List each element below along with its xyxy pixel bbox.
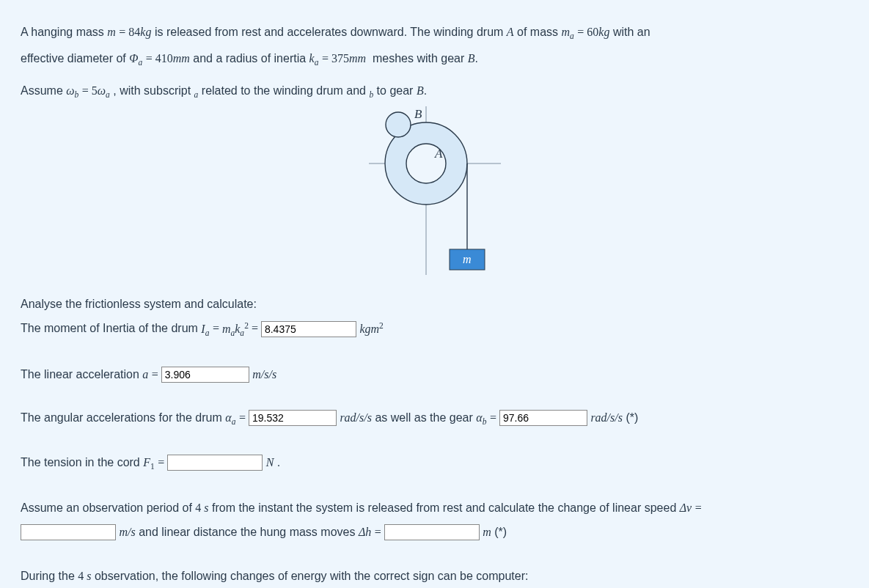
svg-point-4 [386, 112, 411, 137]
input-a[interactable] [161, 367, 249, 383]
val-ka: 375 [331, 52, 349, 65]
problem-line-2: effective diameter of Φa = 410mm and a r… [21, 48, 848, 70]
val-phi: 410 [155, 52, 173, 65]
text: related to the winding drum and [202, 84, 370, 97]
eq: = [322, 52, 331, 65]
fig-label-m: m [463, 253, 472, 265]
text: observation, the following changes of en… [95, 570, 528, 582]
eq: = [158, 456, 167, 468]
q-Ia: The moment of Inertia of the drum Ia = m… [21, 318, 848, 340]
val-m: 84 [128, 26, 140, 38]
input-alpha-a[interactable] [249, 410, 337, 426]
input-dv[interactable] [21, 524, 116, 540]
eq: = [490, 411, 499, 424]
q-alpha: The angular accelerations for the drum α… [21, 408, 848, 430]
unit-ms: m/s [119, 526, 135, 538]
problem-line-3: Assume ωb = 5ωa , with subscript a relat… [21, 81, 848, 103]
eq: = [695, 501, 702, 514]
q-a: The linear acceleration a = m/s/s [21, 364, 848, 384]
unit-mss: m/s/s [252, 368, 276, 381]
fig-label-B: B [414, 107, 422, 121]
var-ma: ma [562, 26, 574, 38]
text: Assume an observation period of [21, 501, 195, 514]
eq: = [213, 323, 222, 335]
sub-a: a [194, 90, 199, 99]
q-energy: During the 4 s observation, the followin… [21, 566, 848, 586]
unit-mm: mm [173, 52, 190, 65]
text: The moment of Inertia of the drum [21, 323, 201, 335]
text: The linear acceleration [21, 368, 142, 381]
analyse-heading: Analyse the frictionless system and calc… [21, 294, 848, 314]
star: (*) [626, 411, 638, 424]
star: (*) [494, 526, 507, 538]
unit-kg: kg [598, 26, 609, 38]
figure-wrap: B A m [21, 106, 848, 278]
eq: = [146, 52, 155, 65]
sub-b: b [369, 90, 373, 99]
unit-radss: rad/s/s [340, 411, 372, 424]
unit-mm: mm [349, 52, 366, 65]
var-B: B [468, 52, 475, 65]
text: as well as the gear [375, 411, 476, 424]
text: and a radius of inertia [193, 52, 309, 65]
text: The tension in the cord [21, 456, 143, 468]
text: A hanging mass [21, 26, 107, 38]
text: meshes with gear [373, 52, 468, 65]
problem-line-1: A hanging mass m = 84kg is released from… [21, 22, 848, 44]
input-alpha-b[interactable] [499, 410, 587, 426]
eq: = [375, 526, 384, 538]
eq: = [152, 368, 161, 381]
unit-s: s [84, 570, 91, 582]
text: effective diameter of [21, 52, 129, 65]
var-wa: ωa [98, 84, 110, 97]
var-alpha-b: αb [476, 411, 486, 424]
dot: . [424, 84, 427, 97]
unit-radss: rad/s/s [590, 411, 623, 424]
period: . [277, 456, 280, 468]
unit-N: N [266, 456, 274, 468]
unit-s: s [201, 501, 208, 514]
unit-kg: kg [140, 26, 151, 38]
eq: = [577, 26, 587, 38]
text: is released from rest and accelerates do… [155, 26, 507, 38]
input-dh[interactable] [384, 524, 480, 540]
text: and linear distance the hung mass moves [139, 526, 359, 538]
q-F1: The tension in the cord F1 = N . [21, 452, 848, 474]
dot: . [475, 52, 478, 65]
text: to gear [377, 84, 417, 97]
var-a: a [142, 368, 148, 381]
text: with an [613, 26, 650, 38]
var-B: B [417, 84, 424, 97]
q-obs: Assume an observation period of 4 s from… [21, 498, 848, 518]
var-dv: Δv [680, 501, 692, 514]
var-dh: Δh [359, 526, 371, 538]
val-ma: 60 [587, 26, 598, 38]
unit-kgm2: kgm2 [359, 323, 383, 335]
var-alpha-a: αa [225, 411, 235, 424]
figure-diagram: B A m [369, 106, 501, 275]
text: from the instant the system is released … [212, 501, 680, 514]
var-Ia: Ia [201, 323, 209, 335]
var-ka: ka [309, 52, 319, 65]
unit-m: m [483, 526, 491, 538]
var-m: m [107, 26, 116, 38]
text: During the [21, 570, 78, 582]
text: of mass [517, 26, 561, 38]
eq: = [239, 411, 249, 424]
eq: = [119, 26, 128, 38]
text: , with subscript [113, 84, 194, 97]
eq: = [252, 323, 261, 335]
text: Assume [21, 84, 66, 97]
text: The angular accelerations for the drum [21, 411, 225, 424]
var-A: A [507, 26, 514, 38]
var-F1: F1 [143, 456, 155, 468]
fig-label-A: A [434, 147, 443, 161]
expr-mak2: maka2 [222, 323, 252, 335]
input-F1[interactable] [167, 455, 263, 471]
input-Ia[interactable] [261, 321, 356, 337]
q-obs-2: m/s and linear distance the hung mass mo… [21, 522, 848, 542]
eq-5: = 5 [82, 84, 98, 97]
var-wb: ωb [66, 84, 78, 97]
var-phi: Φa [129, 52, 142, 65]
